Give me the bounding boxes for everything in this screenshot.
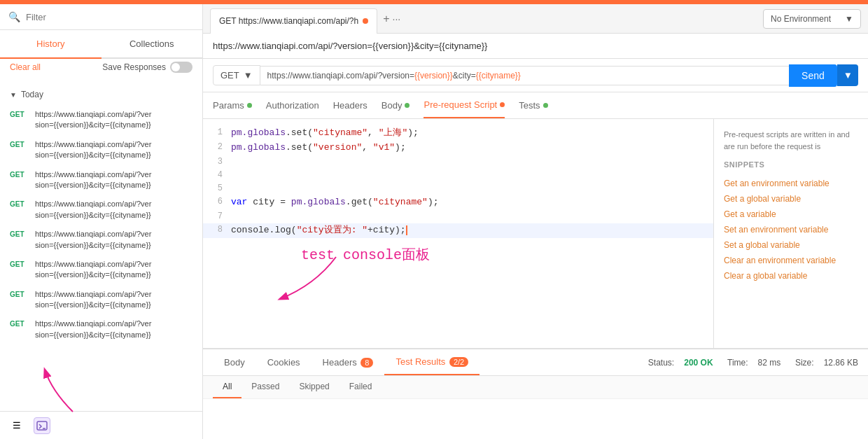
snippets-note: Pre-request scripts are written in and a… bbox=[724, 129, 858, 152]
snippet-item-3[interactable]: Set an environment variable bbox=[724, 222, 858, 237]
line-number: 4 bbox=[203, 169, 231, 182]
method-label: GET bbox=[220, 70, 239, 81]
snippet-item-4[interactable]: Set a global variable bbox=[724, 237, 858, 253]
console-icon[interactable] bbox=[34, 417, 50, 434]
response-tabs-row: BodyCookiesHeaders 8Test Results 2/2Stat… bbox=[203, 349, 868, 376]
request-tab-params[interactable]: Params bbox=[213, 93, 252, 118]
test-sub-tab-failed[interactable]: Failed bbox=[340, 376, 382, 398]
send-button[interactable]: Send bbox=[789, 64, 837, 87]
snippets-title: SNIPPETS bbox=[724, 160, 858, 169]
url-param-city: {{cityname}} bbox=[439, 41, 487, 51]
method-badge: GET bbox=[10, 259, 29, 268]
snippet-item-1[interactable]: Get a global variable bbox=[724, 191, 858, 207]
env-dropdown-label: No Environment bbox=[771, 14, 831, 24]
line-content: pm.globals.set("version", "v1"); bbox=[231, 141, 406, 155]
tab-dot-indicator bbox=[405, 103, 410, 108]
response-tab-test-results[interactable]: Test Results 2/2 bbox=[384, 349, 479, 375]
history-list-item[interactable]: GEThttps://www.tianqiapi.com/api/?versio… bbox=[0, 135, 202, 165]
request-tab-body[interactable]: Body bbox=[382, 93, 410, 118]
request-tab-headers[interactable]: Headers bbox=[333, 93, 368, 118]
editor-area: 1pm.globals.set("cityname", "上海");2pm.gl… bbox=[203, 119, 868, 348]
response-status-bar: Status: 200 OK Time: 82 ms Size: 12.86 K… bbox=[648, 358, 858, 368]
request-tab-active[interactable]: GET https://www.tianqiapi.com/api/?h bbox=[210, 8, 377, 34]
request-tabs-bar: Params AuthorizationHeadersBody Pre-requ… bbox=[203, 92, 868, 119]
response-area: BodyCookiesHeaders 8Test Results 2/2Stat… bbox=[203, 348, 868, 439]
method-badge: GET bbox=[10, 289, 29, 298]
snippet-item-0[interactable]: Get an environment variable bbox=[724, 176, 858, 191]
sidebar-bottom-bar: ☰ bbox=[0, 411, 202, 439]
method-badge: GET bbox=[10, 139, 29, 148]
method-badge: GET bbox=[10, 169, 29, 179]
save-responses-toggle-row: Save Responses bbox=[102, 62, 192, 73]
history-list-item[interactable]: GEThttps://www.tianqiapi.com/api/?versio… bbox=[0, 255, 202, 285]
snippets-panel: Pre-request scripts are written in and a… bbox=[714, 119, 868, 348]
request-tab-label: GET https://www.tianqiapi.com/api/?h bbox=[219, 16, 358, 26]
response-tab-badge: 8 bbox=[360, 358, 373, 368]
search-icon: 🔍 bbox=[8, 11, 20, 22]
code-editor[interactable]: 1pm.globals.set("cityname", "上海");2pm.gl… bbox=[203, 119, 714, 348]
snippet-item-5[interactable]: Clear an environment variable bbox=[724, 253, 858, 268]
request-tab-pre-request-script[interactable]: Pre-request Script bbox=[424, 92, 505, 118]
test-sub-tab-all[interactable]: All bbox=[213, 376, 241, 398]
tab-dot-indicator bbox=[247, 103, 252, 108]
history-list-item[interactable]: GEThttps://www.tianqiapi.com/api/?versio… bbox=[0, 225, 202, 255]
history-list-item[interactable]: GEThttps://www.tianqiapi.com/api/?versio… bbox=[0, 314, 202, 344]
method-dropdown[interactable]: GET ▼ bbox=[213, 65, 260, 85]
snippets-list: Get an environment variableGet a global … bbox=[724, 176, 858, 284]
sidebar-tab-history[interactable]: History bbox=[0, 30, 102, 59]
history-url: https://www.tianqiapi.com/api/?version={… bbox=[35, 319, 151, 340]
add-tab-button[interactable]: + bbox=[383, 13, 389, 25]
code-fn: pm.globals bbox=[291, 197, 346, 207]
response-tab-headers[interactable]: Headers 8 bbox=[312, 350, 385, 375]
sidebar-tab-collections[interactable]: Collections bbox=[102, 30, 203, 57]
send-dropdown-button[interactable]: ▼ bbox=[837, 64, 858, 86]
url-input-param-city: {{cityname}} bbox=[476, 71, 521, 81]
code-key: var bbox=[231, 197, 247, 207]
history-list-item[interactable]: GEThttps://www.tianqiapi.com/api/?versio… bbox=[0, 285, 202, 315]
code-line-7: 7 bbox=[203, 210, 713, 223]
url-param-version: {{version}} bbox=[372, 41, 414, 51]
line-content: console.log("city设置为: "+city); bbox=[231, 223, 407, 238]
request-tab-authorization[interactable]: Authorization bbox=[266, 93, 319, 118]
sidebar-tabs: History Collections bbox=[0, 30, 202, 59]
search-input[interactable] bbox=[26, 12, 194, 22]
response-tab-cookies[interactable]: Cookies bbox=[256, 350, 312, 375]
history-list-item[interactable]: GEThttps://www.tianqiapi.com/api/?versio… bbox=[0, 105, 202, 135]
tab-dot-indicator bbox=[543, 103, 548, 108]
main-wrapper: GET https://www.tianqiapi.com/api/?h + ·… bbox=[203, 4, 868, 439]
content-split: 1pm.globals.set("cityname", "上海");2pm.gl… bbox=[203, 119, 868, 439]
sidebar-search-bar: 🔍 bbox=[0, 4, 202, 30]
cursor bbox=[406, 225, 407, 235]
line-number: 3 bbox=[203, 155, 231, 169]
status-ok: 200 OK bbox=[684, 358, 713, 368]
snippet-item-6[interactable]: Clear a global variable bbox=[724, 268, 858, 284]
more-tabs-button[interactable]: ··· bbox=[393, 13, 401, 25]
save-responses-toggle[interactable] bbox=[170, 62, 192, 73]
code-line-8: 8console.log("city设置为: "+city); bbox=[203, 223, 713, 238]
request-tab-tests[interactable]: Tests bbox=[519, 93, 547, 118]
request-controls-bar: GET ▼ https://www.tianqiapi.com/api/?ver… bbox=[203, 59, 868, 92]
history-today-section: ▼ Today bbox=[0, 84, 202, 105]
clear-all-button[interactable]: Clear all bbox=[10, 62, 41, 72]
code-str2: "v1" bbox=[373, 142, 395, 153]
snippet-item-2[interactable]: Get a variable bbox=[724, 207, 858, 222]
history-list-item[interactable]: GEThttps://www.tianqiapi.com/api/?versio… bbox=[0, 165, 202, 195]
code-str: "cityname" bbox=[313, 127, 368, 138]
response-tab-body[interactable]: Body bbox=[213, 350, 256, 375]
main-layout: 🔍 History Collections Clear all Save Res… bbox=[0, 4, 868, 439]
url-display-bar: https://www.tianqiapi.com/api/?version={… bbox=[203, 34, 868, 59]
method-badge: GET bbox=[10, 199, 29, 208]
code-fn: pm.globals bbox=[231, 127, 286, 138]
url-input[interactable]: https://www.tianqiapi.com/api/?version={… bbox=[260, 66, 789, 85]
env-dropdown-button[interactable]: No Environment ▼ bbox=[763, 9, 861, 29]
sidebar-actions: Clear all Save Responses bbox=[0, 59, 202, 78]
tab-dot-indicator bbox=[500, 102, 505, 107]
history-url: https://www.tianqiapi.com/api/?version={… bbox=[35, 169, 151, 191]
code-str: "cityname" bbox=[373, 197, 428, 207]
test-sub-tab-passed[interactable]: Passed bbox=[241, 376, 289, 398]
sidebar-history-list: ▼ Today GEThttps://www.tianqiapi.com/api… bbox=[0, 78, 202, 411]
test-sub-tab-skipped[interactable]: Skipped bbox=[289, 376, 339, 398]
list-icon[interactable]: ☰ bbox=[8, 417, 25, 434]
history-list-item[interactable]: GEThttps://www.tianqiapi.com/api/?versio… bbox=[0, 195, 202, 225]
history-url: https://www.tianqiapi.com/api/?version={… bbox=[35, 229, 151, 251]
